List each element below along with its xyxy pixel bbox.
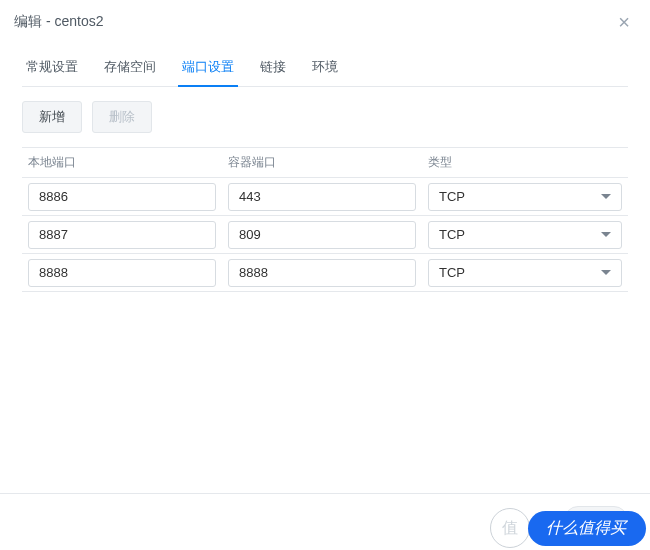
col-type: 类型 <box>422 150 628 175</box>
tab-3[interactable]: 链接 <box>256 50 290 86</box>
dialog-title: 编辑 - centos2 <box>14 13 103 31</box>
container-port-input[interactable] <box>228 259 416 287</box>
dialog-header: 编辑 - centos2 × <box>0 0 650 44</box>
col-container-port: 容器端口 <box>222 150 422 175</box>
delete-button[interactable]: 删除 <box>92 101 152 133</box>
chevron-down-icon <box>601 270 611 275</box>
chevron-down-icon <box>601 194 611 199</box>
tab-4[interactable]: 环境 <box>308 50 342 86</box>
col-local-port: 本地端口 <box>22 150 222 175</box>
local-port-input[interactable] <box>28 259 216 287</box>
table-row: TCP <box>22 178 628 216</box>
watermark-circle: 值 <box>490 508 530 548</box>
type-select[interactable]: TCP <box>428 183 622 211</box>
table-header: 本地端口 容器端口 类型 <box>22 148 628 178</box>
local-port-input[interactable] <box>28 183 216 211</box>
table-body: TCPTCPTCP <box>22 178 628 292</box>
tab-0[interactable]: 常规设置 <box>22 50 82 86</box>
dialog-body: 常规设置存储空间端口设置链接环境 新增 删除 本地端口 容器端口 类型 TCPT… <box>0 44 650 493</box>
tab-1[interactable]: 存储空间 <box>100 50 160 86</box>
dialog-footer: 取消 值 什么值得买 <box>0 493 650 550</box>
local-port-input[interactable] <box>28 221 216 249</box>
close-icon[interactable]: × <box>614 10 634 34</box>
port-table: 本地端口 容器端口 类型 TCPTCPTCP <box>22 147 628 493</box>
cancel-button[interactable]: 取消 <box>564 506 628 538</box>
type-select[interactable]: TCP <box>428 259 622 287</box>
toolbar: 新增 删除 <box>22 101 628 133</box>
edit-dialog: 编辑 - centos2 × 常规设置存储空间端口设置链接环境 新增 删除 本地… <box>0 0 650 550</box>
tab-2[interactable]: 端口设置 <box>178 50 238 86</box>
type-select-value: TCP <box>439 189 465 204</box>
container-port-input[interactable] <box>228 221 416 249</box>
chevron-down-icon <box>601 232 611 237</box>
tabs: 常规设置存储空间端口设置链接环境 <box>22 50 628 87</box>
type-select-value: TCP <box>439 265 465 280</box>
type-select[interactable]: TCP <box>428 221 622 249</box>
table-row: TCP <box>22 254 628 292</box>
add-button[interactable]: 新增 <box>22 101 82 133</box>
table-row: TCP <box>22 216 628 254</box>
container-port-input[interactable] <box>228 183 416 211</box>
type-select-value: TCP <box>439 227 465 242</box>
